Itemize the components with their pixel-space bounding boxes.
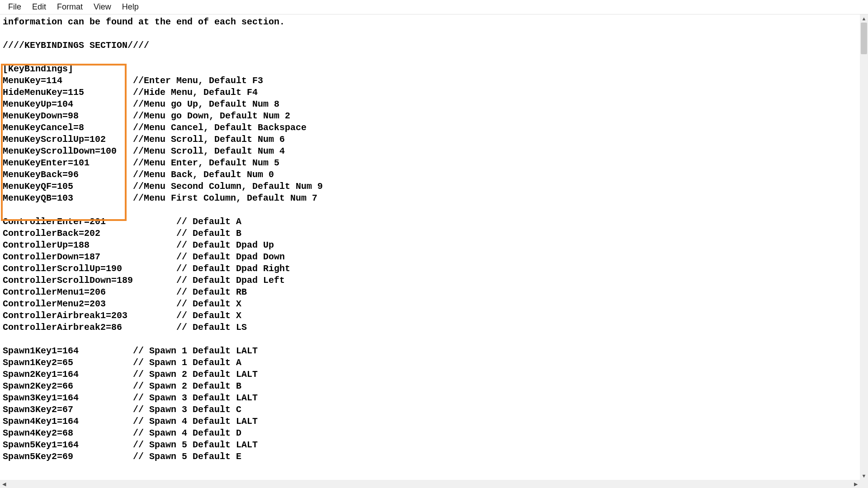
text-line [3, 333, 857, 345]
spawn-line: Spawn3Key1=164// Spawn 3 Default LALT [3, 392, 857, 404]
keybinding-line: MenuKeyQB=103//Menu First Column, Defaul… [3, 192, 857, 204]
scroll-left-arrow-icon[interactable]: ◀ [0, 480, 8, 488]
menu-help[interactable]: Help [117, 1, 144, 13]
spawn-line: Spawn2Key2=66// Spawn 2 Default B [3, 380, 857, 392]
spawn-line: Spawn1Key1=164// Spawn 1 Default LALT [3, 345, 857, 357]
spawn-line: Spawn5Key2=69// Spawn 5 Default E [3, 451, 857, 463]
text-line [3, 52, 857, 63]
controller-line: ControllerMenu2=203// Default X [3, 298, 857, 310]
spawn-line: Spawn4Key1=164// Spawn 4 Default LALT [3, 416, 857, 427]
keybinding-line: MenuKey=114//Enter Menu, Default F3 [3, 75, 857, 87]
keybindings-header: [KeyBindings] [3, 63, 857, 75]
menu-view[interactable]: View [88, 1, 117, 13]
controller-line: ControllerScrollDown=189// Default Dpad … [3, 275, 857, 286]
menu-format[interactable]: Format [52, 1, 88, 13]
menu-edit[interactable]: Edit [27, 1, 52, 13]
section-header: ////KEYBINDINGS SECTION//// [3, 40, 857, 52]
controller-line: ControllerMenu1=206// Default RB [3, 286, 857, 298]
controller-line: ControllerUp=188// Default Dpad Up [3, 239, 857, 251]
scroll-right-arrow-icon[interactable]: ▶ [852, 480, 860, 488]
editor-wrap: information can be found at the end of e… [0, 14, 868, 488]
text-editor-area[interactable]: information can be found at the end of e… [0, 14, 860, 480]
spawn-line: Spawn3Key2=67// Spawn 3 Default C [3, 404, 857, 416]
keybinding-line: MenuKeyUp=104//Menu go Up, Default Num 8 [3, 99, 857, 110]
keybinding-line: MenuKeyBack=96//Menu Back, Default Num 0 [3, 169, 857, 181]
controller-line: ControllerDown=187// Default Dpad Down [3, 251, 857, 263]
controller-line: ControllerAirbreak1=203// Default X [3, 310, 857, 322]
menubar: FileEditFormatViewHelp [0, 0, 868, 14]
text-line [3, 28, 857, 40]
spawn-line: Spawn4Key2=68// Spawn 4 Default D [3, 427, 857, 439]
scroll-down-arrow-icon[interactable]: ▼ [860, 472, 868, 480]
scroll-up-arrow-icon[interactable]: ▲ [860, 14, 868, 23]
menu-file[interactable]: File [3, 1, 27, 13]
spawn-line: Spawn1Key2=65// Spawn 1 Default A [3, 357, 857, 369]
keybinding-line: MenuKeyQF=105//Menu Second Column, Defau… [3, 181, 857, 192]
controller-line: ControllerBack=202// Default B [3, 228, 857, 239]
horizontal-scrollbar[interactable]: ◀ ▶ [0, 480, 860, 488]
keybinding-line: MenuKeyEnter=101//Menu Enter, Default Nu… [3, 157, 857, 169]
keybinding-line: MenuKeyCancel=8//Menu Cancel, Default Ba… [3, 122, 857, 134]
vertical-scrollbar[interactable]: ▲ ▼ [860, 14, 868, 480]
scrollbar-corner [860, 480, 868, 488]
keybinding-line: MenuKeyDown=98//Menu go Down, Default Nu… [3, 110, 857, 122]
controller-line: ControllerAirbreak2=86// Default LS [3, 322, 857, 333]
keybinding-line: MenuKeyScrollUp=102//Menu Scroll, Defaul… [3, 134, 857, 145]
keybinding-line: HideMenuKey=115//Hide Menu, Default F4 [3, 87, 857, 99]
spawn-line: Spawn2Key1=164// Spawn 2 Default LALT [3, 369, 857, 380]
controller-line: ControllerEnter=201// Default A [3, 216, 857, 228]
text-line [3, 204, 857, 216]
controller-line: ControllerScrollUp=190// Default Dpad Ri… [3, 263, 857, 275]
keybinding-line: MenuKeyScrollDown=100//Menu Scroll, Defa… [3, 145, 857, 157]
spawn-line: Spawn5Key1=164// Spawn 5 Default LALT [3, 439, 857, 451]
vertical-scroll-thumb[interactable] [861, 23, 867, 54]
intro-line: information can be found at the end of e… [3, 16, 857, 28]
